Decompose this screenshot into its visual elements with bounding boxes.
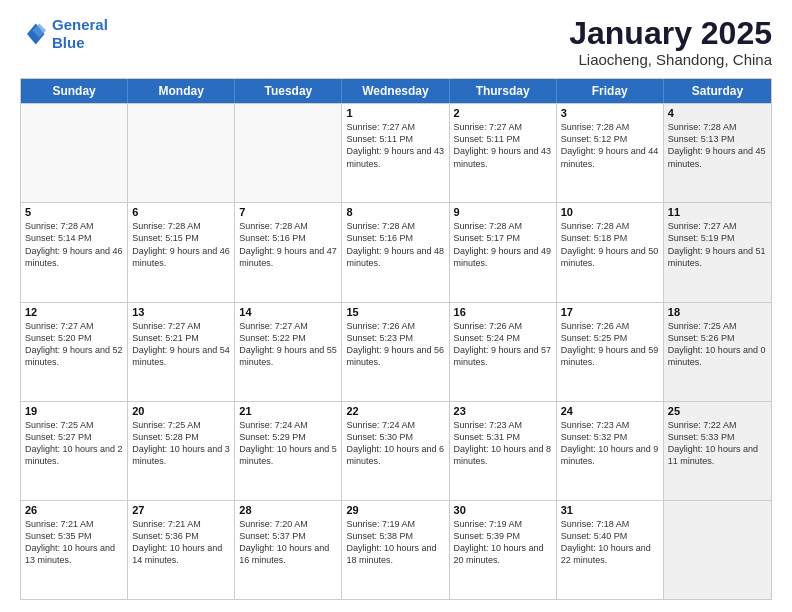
cal-cell: 23Sunrise: 7:23 AM Sunset: 5:31 PM Dayli… xyxy=(450,402,557,500)
cell-text: Sunrise: 7:26 AM Sunset: 5:25 PM Dayligh… xyxy=(561,320,659,369)
cal-cell: 31Sunrise: 7:18 AM Sunset: 5:40 PM Dayli… xyxy=(557,501,664,599)
cell-text: Sunrise: 7:25 AM Sunset: 5:27 PM Dayligh… xyxy=(25,419,123,468)
day-number: 18 xyxy=(668,306,767,318)
day-number: 14 xyxy=(239,306,337,318)
day-number: 28 xyxy=(239,504,337,516)
cal-cell: 12Sunrise: 7:27 AM Sunset: 5:20 PM Dayli… xyxy=(21,303,128,401)
cal-cell: 11Sunrise: 7:27 AM Sunset: 5:19 PM Dayli… xyxy=(664,203,771,301)
cell-text: Sunrise: 7:27 AM Sunset: 5:19 PM Dayligh… xyxy=(668,220,767,269)
header-cell-sunday: Sunday xyxy=(21,79,128,103)
day-number: 20 xyxy=(132,405,230,417)
cell-text: Sunrise: 7:28 AM Sunset: 5:16 PM Dayligh… xyxy=(239,220,337,269)
cell-text: Sunrise: 7:21 AM Sunset: 5:35 PM Dayligh… xyxy=(25,518,123,567)
cal-cell: 25Sunrise: 7:22 AM Sunset: 5:33 PM Dayli… xyxy=(664,402,771,500)
cal-cell: 9Sunrise: 7:28 AM Sunset: 5:17 PM Daylig… xyxy=(450,203,557,301)
day-number: 27 xyxy=(132,504,230,516)
day-number: 24 xyxy=(561,405,659,417)
cell-text: Sunrise: 7:23 AM Sunset: 5:31 PM Dayligh… xyxy=(454,419,552,468)
cal-cell: 5Sunrise: 7:28 AM Sunset: 5:14 PM Daylig… xyxy=(21,203,128,301)
day-number: 30 xyxy=(454,504,552,516)
cal-cell: 18Sunrise: 7:25 AM Sunset: 5:26 PM Dayli… xyxy=(664,303,771,401)
cal-cell: 20Sunrise: 7:25 AM Sunset: 5:28 PM Dayli… xyxy=(128,402,235,500)
logo-text: General Blue xyxy=(52,16,108,52)
header-cell-friday: Friday xyxy=(557,79,664,103)
cell-text: Sunrise: 7:25 AM Sunset: 5:26 PM Dayligh… xyxy=(668,320,767,369)
logo-icon xyxy=(20,20,48,48)
cell-text: Sunrise: 7:26 AM Sunset: 5:24 PM Dayligh… xyxy=(454,320,552,369)
cal-row-3: 19Sunrise: 7:25 AM Sunset: 5:27 PM Dayli… xyxy=(21,401,771,500)
day-number: 19 xyxy=(25,405,123,417)
cell-text: Sunrise: 7:18 AM Sunset: 5:40 PM Dayligh… xyxy=(561,518,659,567)
cal-cell: 4Sunrise: 7:28 AM Sunset: 5:13 PM Daylig… xyxy=(664,104,771,202)
cal-cell xyxy=(21,104,128,202)
header-cell-wednesday: Wednesday xyxy=(342,79,449,103)
cal-cell: 6Sunrise: 7:28 AM Sunset: 5:15 PM Daylig… xyxy=(128,203,235,301)
day-number: 2 xyxy=(454,107,552,119)
cell-text: Sunrise: 7:25 AM Sunset: 5:28 PM Dayligh… xyxy=(132,419,230,468)
day-number: 4 xyxy=(668,107,767,119)
cal-cell: 29Sunrise: 7:19 AM Sunset: 5:38 PM Dayli… xyxy=(342,501,449,599)
cal-cell: 15Sunrise: 7:26 AM Sunset: 5:23 PM Dayli… xyxy=(342,303,449,401)
cell-text: Sunrise: 7:24 AM Sunset: 5:29 PM Dayligh… xyxy=(239,419,337,468)
cal-row-4: 26Sunrise: 7:21 AM Sunset: 5:35 PM Dayli… xyxy=(21,500,771,599)
day-number: 23 xyxy=(454,405,552,417)
day-number: 16 xyxy=(454,306,552,318)
cal-cell: 19Sunrise: 7:25 AM Sunset: 5:27 PM Dayli… xyxy=(21,402,128,500)
cell-text: Sunrise: 7:28 AM Sunset: 5:13 PM Dayligh… xyxy=(668,121,767,170)
day-number: 25 xyxy=(668,405,767,417)
cell-text: Sunrise: 7:21 AM Sunset: 5:36 PM Dayligh… xyxy=(132,518,230,567)
cell-text: Sunrise: 7:27 AM Sunset: 5:11 PM Dayligh… xyxy=(346,121,444,170)
cal-cell xyxy=(128,104,235,202)
cell-text: Sunrise: 7:24 AM Sunset: 5:30 PM Dayligh… xyxy=(346,419,444,468)
calendar-header-row: SundayMondayTuesdayWednesdayThursdayFrid… xyxy=(21,79,771,103)
cal-cell: 27Sunrise: 7:21 AM Sunset: 5:36 PM Dayli… xyxy=(128,501,235,599)
cell-text: Sunrise: 7:28 AM Sunset: 5:16 PM Dayligh… xyxy=(346,220,444,269)
calendar-body: 1Sunrise: 7:27 AM Sunset: 5:11 PM Daylig… xyxy=(21,103,771,599)
day-number: 7 xyxy=(239,206,337,218)
cell-text: Sunrise: 7:19 AM Sunset: 5:39 PM Dayligh… xyxy=(454,518,552,567)
cal-cell: 3Sunrise: 7:28 AM Sunset: 5:12 PM Daylig… xyxy=(557,104,664,202)
day-number: 12 xyxy=(25,306,123,318)
cell-text: Sunrise: 7:28 AM Sunset: 5:12 PM Dayligh… xyxy=(561,121,659,170)
cal-cell xyxy=(664,501,771,599)
calendar-subtitle: Liaocheng, Shandong, China xyxy=(569,51,772,68)
day-number: 26 xyxy=(25,504,123,516)
calendar: SundayMondayTuesdayWednesdayThursdayFrid… xyxy=(20,78,772,600)
day-number: 1 xyxy=(346,107,444,119)
day-number: 31 xyxy=(561,504,659,516)
calendar-title: January 2025 xyxy=(569,16,772,51)
cal-cell: 14Sunrise: 7:27 AM Sunset: 5:22 PM Dayli… xyxy=(235,303,342,401)
logo-line2: Blue xyxy=(52,34,85,51)
cell-text: Sunrise: 7:28 AM Sunset: 5:15 PM Dayligh… xyxy=(132,220,230,269)
day-number: 11 xyxy=(668,206,767,218)
header-cell-thursday: Thursday xyxy=(450,79,557,103)
cell-text: Sunrise: 7:22 AM Sunset: 5:33 PM Dayligh… xyxy=(668,419,767,468)
cell-text: Sunrise: 7:23 AM Sunset: 5:32 PM Dayligh… xyxy=(561,419,659,468)
day-number: 5 xyxy=(25,206,123,218)
cal-cell: 13Sunrise: 7:27 AM Sunset: 5:21 PM Dayli… xyxy=(128,303,235,401)
cal-cell: 30Sunrise: 7:19 AM Sunset: 5:39 PM Dayli… xyxy=(450,501,557,599)
header-cell-tuesday: Tuesday xyxy=(235,79,342,103)
cal-row-1: 5Sunrise: 7:28 AM Sunset: 5:14 PM Daylig… xyxy=(21,202,771,301)
cal-cell: 26Sunrise: 7:21 AM Sunset: 5:35 PM Dayli… xyxy=(21,501,128,599)
cell-text: Sunrise: 7:26 AM Sunset: 5:23 PM Dayligh… xyxy=(346,320,444,369)
cal-cell: 22Sunrise: 7:24 AM Sunset: 5:30 PM Dayli… xyxy=(342,402,449,500)
logo: General Blue xyxy=(20,16,108,52)
title-block: January 2025 Liaocheng, Shandong, China xyxy=(569,16,772,68)
cal-cell: 21Sunrise: 7:24 AM Sunset: 5:29 PM Dayli… xyxy=(235,402,342,500)
cal-cell: 10Sunrise: 7:28 AM Sunset: 5:18 PM Dayli… xyxy=(557,203,664,301)
cell-text: Sunrise: 7:20 AM Sunset: 5:37 PM Dayligh… xyxy=(239,518,337,567)
day-number: 3 xyxy=(561,107,659,119)
cell-text: Sunrise: 7:27 AM Sunset: 5:21 PM Dayligh… xyxy=(132,320,230,369)
day-number: 29 xyxy=(346,504,444,516)
cell-text: Sunrise: 7:19 AM Sunset: 5:38 PM Dayligh… xyxy=(346,518,444,567)
cal-cell: 7Sunrise: 7:28 AM Sunset: 5:16 PM Daylig… xyxy=(235,203,342,301)
cal-cell: 24Sunrise: 7:23 AM Sunset: 5:32 PM Dayli… xyxy=(557,402,664,500)
cal-row-0: 1Sunrise: 7:27 AM Sunset: 5:11 PM Daylig… xyxy=(21,103,771,202)
cal-cell: 16Sunrise: 7:26 AM Sunset: 5:24 PM Dayli… xyxy=(450,303,557,401)
cal-cell: 8Sunrise: 7:28 AM Sunset: 5:16 PM Daylig… xyxy=(342,203,449,301)
cell-text: Sunrise: 7:28 AM Sunset: 5:14 PM Dayligh… xyxy=(25,220,123,269)
cell-text: Sunrise: 7:27 AM Sunset: 5:11 PM Dayligh… xyxy=(454,121,552,170)
cell-text: Sunrise: 7:28 AM Sunset: 5:17 PM Dayligh… xyxy=(454,220,552,269)
cal-cell: 1Sunrise: 7:27 AM Sunset: 5:11 PM Daylig… xyxy=(342,104,449,202)
